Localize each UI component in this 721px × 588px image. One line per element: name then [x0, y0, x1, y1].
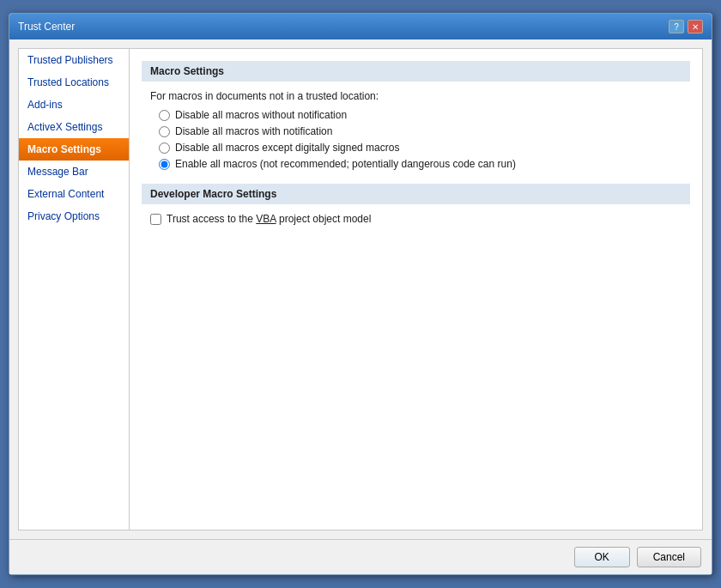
vba-label: Trust access to the VBA project object m… — [167, 213, 371, 225]
sidebar: Trusted PublishersTrusted LocationsAdd-i… — [18, 48, 130, 530]
radio-input-disable-notif[interactable] — [159, 126, 170, 137]
radio-label-enable-all: Enable all macros (not recommended; pote… — [175, 158, 516, 170]
radio-disable-no-notif[interactable]: Disable all macros without notification — [159, 109, 690, 121]
ok-button[interactable]: OK — [574, 547, 630, 567]
dialog-body: Trusted PublishersTrusted LocationsAdd-i… — [9, 39, 712, 539]
developer-section: Developer Macro Settings Trust access to… — [142, 184, 690, 225]
trust-center-dialog: Trust Center ? ✕ Trusted PublishersTrust… — [9, 13, 712, 575]
title-bar-buttons: ? ✕ — [669, 20, 703, 33]
macro-radio-group: Disable all macros without notification … — [159, 109, 690, 170]
dialog-footer: OK Cancel — [9, 539, 712, 574]
radio-disable-notif[interactable]: Disable all macros with notification — [159, 125, 690, 137]
sidebar-item-trusted-locations[interactable]: Trusted Locations — [19, 71, 129, 94]
macro-description: For macros in documents not in a trusted… — [150, 90, 682, 102]
sidebar-item-activex-settings[interactable]: ActiveX Settings — [19, 116, 129, 138]
vba-checkbox-item[interactable]: Trust access to the VBA project object m… — [150, 213, 682, 225]
radio-input-disable-signed[interactable] — [159, 142, 170, 154]
macro-section-header: Macro Settings — [142, 61, 690, 82]
vba-checkbox[interactable] — [150, 214, 161, 225]
radio-input-enable-all[interactable] — [159, 159, 170, 170]
developer-section-header: Developer Macro Settings — [142, 184, 690, 204]
sidebar-item-external-content[interactable]: External Content — [19, 183, 129, 205]
title-bar: Trust Center ? ✕ — [9, 14, 712, 39]
cancel-button[interactable]: Cancel — [637, 547, 701, 567]
vba-underline: VBA — [256, 213, 276, 225]
close-button[interactable]: ✕ — [688, 20, 703, 33]
sidebar-item-add-ins[interactable]: Add-ins — [19, 94, 129, 116]
radio-enable-all[interactable]: Enable all macros (not recommended; pote… — [159, 158, 690, 170]
sidebar-item-message-bar[interactable]: Message Bar — [19, 161, 129, 183]
radio-label-disable-notif: Disable all macros with notification — [175, 125, 332, 137]
help-button[interactable]: ? — [669, 20, 684, 33]
sidebar-item-trusted-publishers[interactable]: Trusted Publishers — [19, 49, 129, 71]
sidebar-item-macro-settings[interactable]: Macro Settings — [19, 138, 129, 161]
radio-input-disable-no-notif[interactable] — [159, 110, 170, 121]
radio-disable-signed[interactable]: Disable all macros except digitally sign… — [159, 142, 690, 154]
content-area: Macro Settings For macros in documents n… — [130, 48, 703, 530]
radio-label-disable-signed: Disable all macros except digitally sign… — [175, 142, 399, 154]
dialog-title: Trust Center — [18, 21, 75, 33]
sidebar-item-privacy-options[interactable]: Privacy Options — [19, 205, 129, 227]
radio-label-disable-no-notif: Disable all macros without notification — [175, 109, 347, 121]
